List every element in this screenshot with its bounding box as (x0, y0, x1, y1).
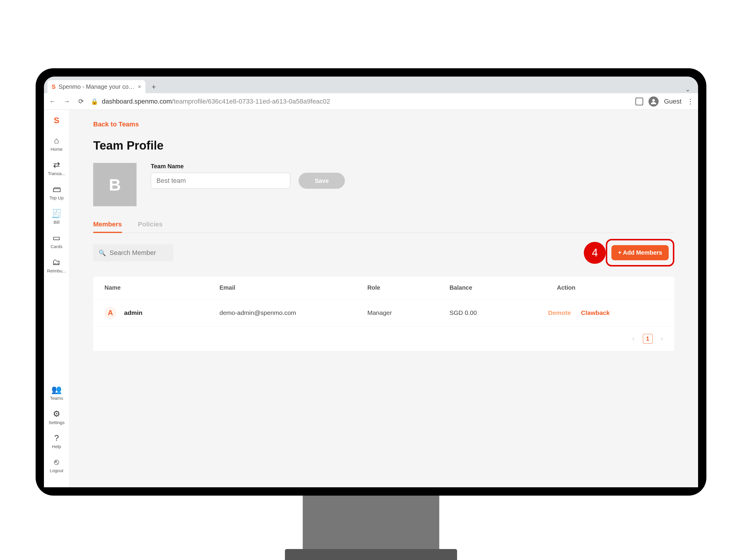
sidebar-item-settings[interactable]: ⚙ Settings (48, 409, 64, 425)
transactions-icon: ⇄ (53, 160, 60, 170)
tab-policies[interactable]: Policies (138, 221, 163, 233)
address-bar[interactable]: 🔒 dashboard.spenmo.com/teamprofile/636c4… (91, 98, 630, 105)
new-tab-button[interactable]: + (148, 81, 159, 92)
add-members-button[interactable]: + Add Members (612, 245, 669, 260)
members-action-row: 🔍 4 + Add Members (93, 239, 674, 267)
bill-icon: 🧾 (51, 209, 62, 218)
sidebar-item-label: Transa... (48, 171, 65, 176)
member-name: admin (124, 309, 143, 316)
url-text: dashboard.spenmo.com/teamprofile/636c41e… (102, 98, 330, 105)
sidebar-item-label: Logout (50, 468, 63, 473)
search-input[interactable] (109, 249, 191, 257)
team-header-row: B Team Name Save (93, 163, 674, 206)
sidebar-item-bill[interactable]: 🧾 Bill (51, 209, 62, 225)
browser-tab[interactable]: S Spenmo - Manage your compa × (48, 80, 146, 93)
url-path: /teamprofile/636c41e8-0733-11ed-a613-0a5… (172, 98, 330, 105)
page-title: Team Profile (93, 139, 674, 152)
members-table: Name Email Role Balance Action A admin d… (93, 277, 674, 351)
member-email: demo-admin@spenmo.com (219, 309, 367, 316)
help-icon: ? (54, 433, 59, 443)
tab-members[interactable]: Members (93, 221, 122, 233)
team-name-input[interactable] (151, 173, 290, 189)
browser-menu-icon[interactable]: ⋮ (687, 97, 694, 106)
sidebar-item-reimbursement[interactable]: 🗂 Reimbu... (47, 257, 66, 273)
spenmo-favicon: S (52, 83, 55, 90)
team-avatar: B (93, 163, 137, 206)
sidebar-item-label: Settings (48, 420, 64, 425)
col-role: Role (367, 284, 449, 291)
table-header: Name Email Role Balance Action (93, 277, 674, 299)
close-tab-icon[interactable]: × (138, 83, 141, 90)
main-content: Back to Teams Team Profile B Team Name S… (69, 110, 698, 487)
col-action: Action (548, 284, 663, 291)
sidebar-item-label: Reimbu... (47, 268, 66, 273)
reimbursement-icon: 🗂 (52, 257, 60, 267)
search-icon: 🔍 (99, 249, 106, 257)
monitor-frame: S Spenmo - Manage your compa × + ⌄ ← → ⟳… (36, 68, 706, 496)
sidebar-item-label: Teams (50, 396, 63, 401)
page-next-icon[interactable]: › (661, 335, 663, 343)
sidebar-item-topup[interactable]: 🗃 Top Up (50, 184, 64, 200)
col-email: Email (219, 284, 367, 291)
sidebar-item-label: Bill (53, 220, 59, 225)
tabstrip-dropdown-icon[interactable]: ⌄ (685, 86, 694, 93)
app-body: S ⌂ Home ⇄ Transa... 🗃 Top Up 🧾 Bill ▭ C… (44, 110, 698, 487)
tab-title: Spenmo - Manage your compa (58, 83, 135, 90)
back-button[interactable]: ← (48, 97, 57, 106)
home-icon: ⌂ (54, 136, 59, 146)
browser-tab-strip: S Spenmo - Manage your compa × + ⌄ (44, 76, 698, 93)
pagination: ‹ 1 › (93, 327, 674, 351)
forward-button[interactable]: → (62, 97, 71, 106)
monitor-stand (303, 496, 439, 555)
table-row: A admin demo-admin@spenmo.com Manager SG… (93, 299, 674, 327)
url-host: dashboard.spenmo.com (102, 98, 172, 105)
profile-label: Guest (664, 98, 682, 105)
member-balance: SGD 0.00 (449, 309, 548, 316)
logout-icon: ⎋ (54, 457, 59, 467)
clawback-link[interactable]: Clawback (581, 309, 610, 316)
teams-icon: 👥 (51, 385, 62, 394)
col-name: Name (104, 284, 219, 291)
sidebar-item-label: Home (50, 147, 62, 152)
svg-point-0 (652, 99, 655, 102)
page-prev-icon[interactable]: ‹ (632, 335, 634, 343)
sidebar-item-label: Help (52, 444, 61, 449)
sidebar-item-logout[interactable]: ⎋ Logout (50, 457, 63, 473)
back-to-teams-link[interactable]: Back to Teams (93, 120, 674, 128)
extension-icon[interactable] (635, 98, 643, 105)
sidebar-item-help[interactable]: ? Help (52, 433, 61, 449)
sidebar: S ⌂ Home ⇄ Transa... 🗃 Top Up 🧾 Bill ▭ C… (44, 110, 69, 487)
col-balance: Balance (449, 284, 548, 291)
tabs: Members Policies (93, 221, 674, 233)
cards-icon: ▭ (53, 233, 60, 243)
topup-icon: 🗃 (53, 184, 61, 194)
gear-icon: ⚙ (53, 409, 60, 419)
sidebar-item-cards[interactable]: ▭ Cards (50, 233, 62, 249)
add-members-highlight: + Add Members (606, 239, 674, 267)
team-name-label: Team Name (151, 163, 345, 170)
spenmo-logo-icon[interactable]: S (54, 116, 59, 125)
save-button[interactable]: Save (299, 173, 345, 189)
screen: S Spenmo - Manage your compa × + ⌄ ← → ⟳… (44, 76, 698, 487)
step-badge: 4 (584, 242, 606, 264)
sidebar-item-home[interactable]: ⌂ Home (50, 136, 62, 152)
page-current[interactable]: 1 (643, 334, 653, 344)
sidebar-item-teams[interactable]: 👥 Teams (50, 385, 63, 401)
sidebar-item-label: Cards (50, 244, 62, 249)
search-member-box[interactable]: 🔍 (93, 244, 173, 262)
member-role: Manager (367, 309, 449, 316)
member-avatar: A (104, 307, 116, 319)
sidebar-item-label: Top Up (50, 195, 64, 200)
reload-button[interactable]: ⟳ (76, 97, 86, 106)
browser-toolbar: ← → ⟳ 🔒 dashboard.spenmo.com/teamprofile… (44, 93, 698, 110)
profile-avatar-icon[interactable] (648, 97, 658, 107)
lock-icon: 🔒 (91, 98, 98, 105)
sidebar-item-transactions[interactable]: ⇄ Transa... (48, 160, 65, 176)
demote-link[interactable]: Demote (548, 309, 571, 316)
